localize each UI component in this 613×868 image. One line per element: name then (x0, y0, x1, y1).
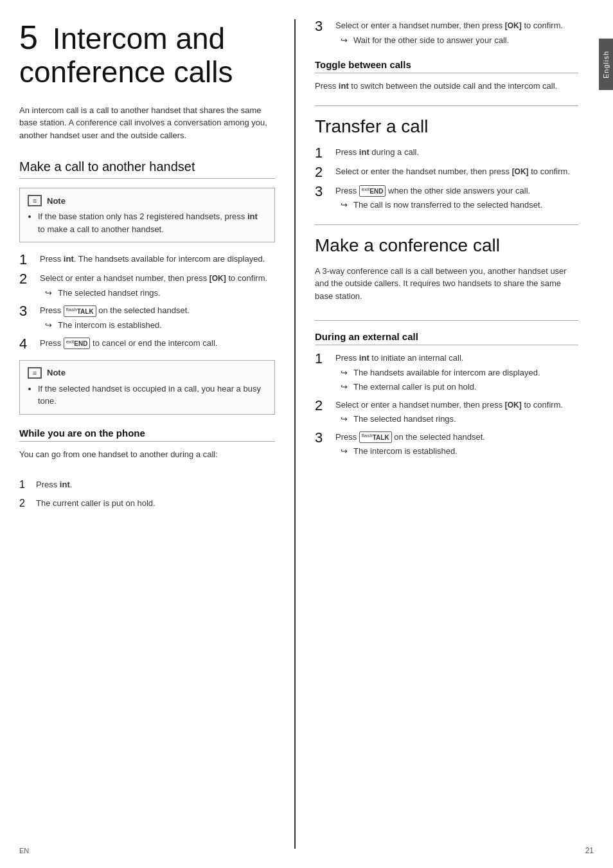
note-icon-2 (28, 367, 42, 379)
footer: EN 21 (0, 846, 613, 855)
step-num-1: 1 (19, 253, 33, 267)
transfer-section: Transfer a call 1 Press int during a cal… (315, 116, 578, 212)
step-3: 3 Press flashTALK on the selected handse… (19, 304, 275, 331)
note-item-2-1: If the selected handset is occupied in a… (38, 383, 267, 408)
transfer-step-1-content: Press int during a call. (335, 146, 419, 159)
conf-step-3: 3 Press flashTALK on the selected handse… (315, 431, 578, 458)
step-num-3: 3 (19, 304, 33, 318)
note-box-2: Note If the selected handset is occupied… (19, 360, 275, 415)
right-column: 3 Select or enter a handset number, then… (296, 19, 578, 849)
step-1: 1 Press int. The handsets available for … (19, 253, 275, 267)
conf-step-3-content: Press flashTALK on the selected handset.… (335, 431, 485, 458)
toggle-text: Press int to switch between the outside … (315, 80, 578, 93)
arrow-text-3: The intercom is established. (58, 319, 162, 332)
conference-intro: A 3-way conference call is a call betwee… (315, 265, 578, 303)
step-2: 2 Select or enter a handset number, then… (19, 272, 275, 299)
arrow-text-2: The selected handset rings. (58, 287, 161, 300)
wop-step-num-1: 1 (19, 478, 31, 492)
make-call-steps: 1 Press int. The handsets available for … (19, 253, 275, 350)
conf-step-num-3: 3 (315, 431, 329, 445)
note-label-2: Note (47, 368, 66, 377)
note-list-1: If the base station only has 2 registere… (28, 210, 267, 235)
transfer-step-num-1: 1 (315, 146, 329, 160)
transfer-step-num-2: 2 (315, 165, 329, 179)
main-content: 5 Intercom and conference calls An inter… (0, 0, 599, 868)
talk-key: flashTALK (64, 305, 96, 317)
wop-step-2: 2 The current caller is put on hold. (19, 497, 275, 511)
conf-step-1-content: Press int to initiate an internal call. … (335, 352, 540, 393)
chapter-heading: 5 Intercom and conference calls (19, 19, 275, 89)
toggle-title: Toggle between calls (315, 59, 578, 73)
intro-text: An intercom call is a call to another ha… (19, 104, 275, 142)
end-key: exitEND (64, 338, 91, 349)
wop-step-1: 1 Press int. (19, 478, 275, 492)
left-column: 5 Intercom and conference calls An inter… (19, 19, 296, 849)
chapter-title: Intercom and conference calls (19, 22, 233, 89)
note-box-1: Note If the base station only has 2 regi… (19, 188, 275, 242)
note-icon-1 (28, 195, 42, 206)
during-external-title: During an external call (315, 331, 578, 345)
chapter-number: 5 (19, 19, 38, 56)
arrow-text-conf3: The intercom is established. (353, 445, 458, 458)
wop-step-1-content: Press int. (36, 478, 72, 491)
conf-step-1: 1 Press int to initiate an internal call… (315, 352, 578, 393)
arrow-text-conf1b: The external caller is put on hold. (353, 381, 477, 393)
arrow-sym-conf2: ↪ (341, 413, 351, 426)
conference-steps: 1 Press int to initiate an internal call… (315, 352, 578, 458)
make-call-section: Make a call to another handset Note If t… (19, 159, 275, 414)
while-on-phone-intro: You can go from one handset to another d… (19, 448, 275, 461)
make-call-title: Make a call to another handset (19, 159, 275, 179)
conf-step-num-2: 2 (315, 399, 329, 413)
transfer-step-2: 2 Select or enter the handset number, th… (315, 165, 578, 179)
step-4: 4 Press exitEND to cancel or end the int… (19, 337, 275, 351)
conference-section: Make a conference call A 3-way conferenc… (315, 235, 578, 458)
note-header-1: Note (28, 195, 267, 206)
while-on-phone-steps: 1 Press int. 2 The current caller is put… (19, 478, 275, 511)
toggle-section: Toggle between calls Press int to switch… (315, 59, 578, 93)
page: English 5 Intercom and conference calls … (0, 0, 613, 868)
transfer-title: Transfer a call (315, 116, 578, 137)
step-2-content: Select or enter a handset number, then p… (40, 272, 267, 299)
arrow-sym-conf1b: ↪ (341, 381, 351, 393)
conference-title: Make a conference call (315, 235, 578, 256)
divider-2 (315, 224, 578, 225)
footer-lang: EN (19, 847, 29, 854)
while-on-phone-title: While you are on the phone (19, 428, 275, 442)
arrow-sym-conf3: ↪ (341, 445, 351, 458)
step-num-4: 4 (19, 337, 33, 351)
transfer-step-num-3: 3 (315, 185, 329, 199)
conf-step-2-content: Select or enter a handset number, then p… (335, 399, 563, 426)
footer-page: 21 (585, 846, 594, 855)
step-3-content: Press flashTALK on the selected handset.… (40, 304, 190, 331)
note-label-1: Note (47, 196, 66, 206)
transfer-step-3: 3 Press exitEND when the other side answ… (315, 185, 578, 212)
wop-step-2-content: The current caller is put on hold. (36, 497, 155, 510)
wop-step-3-content: Select or enter a handset number, then p… (335, 19, 563, 46)
transfer-step-2-content: Select or enter the handset number, then… (335, 165, 570, 178)
step-num-2: 2 (19, 272, 33, 286)
transfer-step-1: 1 Press int during a call. (315, 146, 578, 160)
while-on-phone-section: While you are on the phone You can go fr… (19, 428, 275, 511)
arrow-text-transfer3: The call is now transferred to the selec… (353, 199, 542, 212)
arrow-sym-wop3: ↪ (341, 34, 351, 47)
sidebar-language-tab: English (599, 39, 613, 90)
arrow-text-conf1a: The handsets available for intercom are … (353, 366, 540, 379)
step-1-content: Press int. The handsets available for in… (40, 253, 265, 266)
conf-step-2: 2 Select or enter a handset number, then… (315, 399, 578, 426)
talk-key-conf: flashTALK (359, 431, 392, 443)
arrow-sym-2: ↪ (45, 287, 55, 300)
wop-step3-list: 3 Select or enter a handset number, then… (315, 19, 578, 46)
step-4-content: Press exitEND to cancel or end the inter… (40, 337, 217, 350)
divider-1 (315, 105, 578, 106)
note-item-1-1: If the base station only has 2 registere… (38, 210, 267, 235)
conf-step-num-1: 1 (315, 352, 329, 366)
arrow-sym-transfer3: ↪ (341, 199, 351, 212)
divider-3 (315, 320, 578, 321)
arrow-text-wop3: Wait for the other side to answer your c… (353, 34, 509, 47)
end-key-transfer: exitEND (359, 185, 386, 197)
note-list-2: If the selected handset is occupied in a… (28, 383, 267, 408)
arrow-text-conf2: The selected handset rings. (353, 413, 456, 426)
transfer-steps: 1 Press int during a call. 2 Select or e… (315, 146, 578, 212)
wop-step-num-3: 3 (315, 19, 329, 33)
arrow-sym-3: ↪ (45, 319, 55, 332)
